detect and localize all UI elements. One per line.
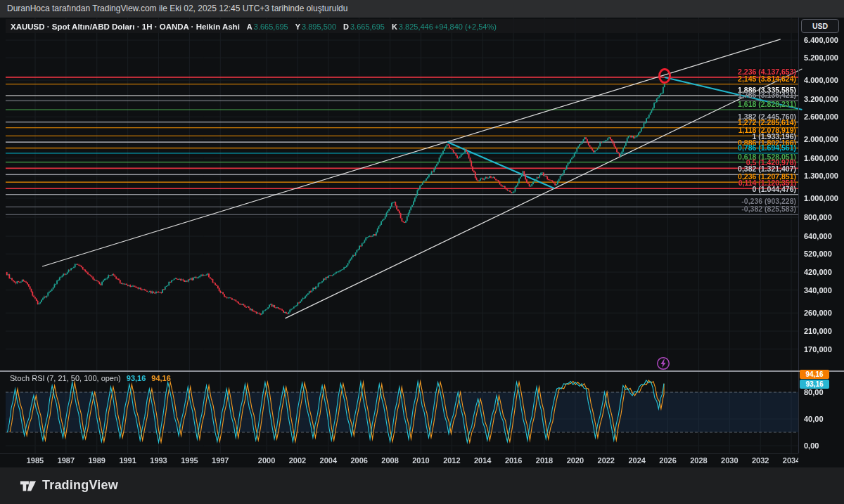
time-axis-label: 2030 xyxy=(717,456,742,465)
open-value: 3.665,695 xyxy=(254,22,288,31)
time-axis-label: 2016 xyxy=(501,456,526,465)
price-axis-label: 1.300,000 xyxy=(804,172,838,180)
time-axis-label: 1989 xyxy=(84,456,110,465)
lightning-icon xyxy=(656,356,670,370)
trendline-touch-circle-marker[interactable] xyxy=(658,68,671,84)
time-axis-label: 1985 xyxy=(23,456,48,465)
price-axis-label: 2.000,000 xyxy=(804,135,838,143)
snapshot-topbar: DuranHoca tarafından TradingView.com ile… xyxy=(0,0,844,18)
price-axis-label: 4.000,000 xyxy=(804,76,838,84)
stoch-axis-label: 0,00 xyxy=(804,441,819,450)
stoch-k-price-badge: 93,16 xyxy=(800,380,829,389)
open-label: A xyxy=(247,22,252,31)
stoch-d-value: 94,16 xyxy=(151,374,171,382)
stoch-axis-label: 80,00 xyxy=(804,388,824,396)
currency-button[interactable]: USD xyxy=(801,19,839,33)
stoch-d-price-badge: 94,16 xyxy=(800,370,829,379)
time-axis-label: 2014 xyxy=(470,456,495,465)
price-axis-label: 1.000,000 xyxy=(804,194,838,202)
time-axis-label: 2012 xyxy=(439,456,464,465)
time-axis-label: 2034 xyxy=(779,456,798,465)
tradingview-mark-icon xyxy=(20,479,37,493)
time-axis-label: 1997 xyxy=(207,456,233,465)
symbol-legend[interactable]: XAUUSD · Spot Altın/ABD Doları · 1H · OA… xyxy=(6,19,798,33)
stoch-axis-label: 40,00 xyxy=(804,415,824,423)
time-axis[interactable]: 1985198719891991199319951997200020022004… xyxy=(0,453,798,468)
time-axis-label: 2026 xyxy=(656,456,681,465)
high-value: 3.895,500 xyxy=(302,22,336,31)
price-axis-label: 6.400,000 xyxy=(804,36,838,44)
time-axis-label: 2022 xyxy=(594,456,619,465)
price-chart-canvas[interactable] xyxy=(0,0,844,504)
price-axis-label: 800,000 xyxy=(804,213,832,221)
price-axis-label: 520,000 xyxy=(804,250,832,258)
time-axis-label: 1995 xyxy=(177,456,202,465)
time-axis-label: 2018 xyxy=(532,456,557,465)
symbol-title[interactable]: XAUUSD · Spot Altın/ABD Doları · 1H · OA… xyxy=(11,22,240,31)
time-axis-label: 2028 xyxy=(686,456,711,465)
price-axis-label: 640,000 xyxy=(804,232,832,240)
attribution-text: DuranHoca tarafından TradingView.com ile… xyxy=(7,0,844,18)
time-axis-label: 1991 xyxy=(115,456,141,465)
close-value: 3.825,446 xyxy=(399,22,433,31)
tradingview-snapshot-page: DuranHoca tarafından TradingView.com ile… xyxy=(0,0,844,504)
time-axis-label: 2024 xyxy=(625,456,650,465)
stoch-rsi-legend[interactable]: Stoch RSI (7, 21, 50, 100, open)93,1694,… xyxy=(10,374,171,382)
lightning-alert-button[interactable] xyxy=(656,356,670,370)
price-axis-label: 2.600,000 xyxy=(804,112,838,121)
stoch-rsi-title[interactable]: Stoch RSI (7, 21, 50, 100, open) xyxy=(10,374,121,382)
high-label: Y xyxy=(295,22,300,31)
pane-separator[interactable] xyxy=(0,370,844,372)
time-axis-label: 2008 xyxy=(378,456,403,465)
price-axis-label: 3.200,000 xyxy=(804,95,838,103)
time-axis-label: 2032 xyxy=(748,456,773,465)
time-axis-label: 2004 xyxy=(316,456,341,465)
time-axis-label: 2000 xyxy=(254,456,279,465)
close-label: K xyxy=(392,22,397,31)
snapshot-footer: TradingView xyxy=(0,467,844,504)
change-value: +94,840 (+2,54%) xyxy=(435,22,497,31)
tradingview-logo[interactable]: TradingView xyxy=(20,478,118,493)
price-axis-label: 1.600,000 xyxy=(804,154,838,162)
time-axis-label: 1987 xyxy=(53,456,79,465)
time-axis-label: 1993 xyxy=(146,456,172,465)
time-axis-label: 2006 xyxy=(347,456,372,465)
time-axis-label: 2020 xyxy=(563,456,588,465)
price-axis-label: 210,000 xyxy=(804,327,832,335)
time-axis-label: 2010 xyxy=(409,456,434,465)
brand-text: TradingView xyxy=(42,478,118,493)
price-axis-label: 170,000 xyxy=(804,345,832,354)
price-axis-label: 340,000 xyxy=(804,286,832,295)
stoch-k-value: 93,16 xyxy=(127,374,146,382)
low-value: 3.665,695 xyxy=(350,22,385,31)
time-axis-label: 2002 xyxy=(285,456,310,465)
low-label: D xyxy=(343,22,349,31)
price-axis-label: 420,000 xyxy=(804,268,832,276)
price-axis-label: 260,000 xyxy=(804,309,832,317)
price-axis-label: 5.200,000 xyxy=(804,53,838,62)
